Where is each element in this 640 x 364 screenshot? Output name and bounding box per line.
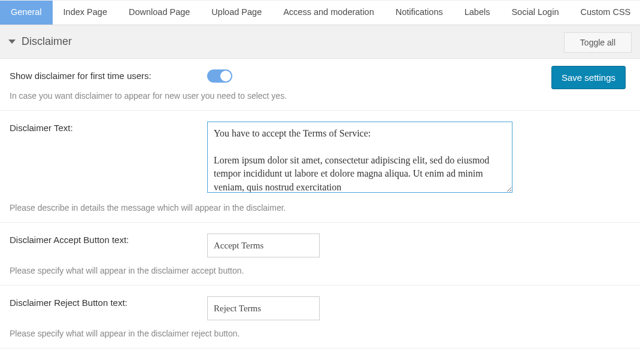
setting-label-disclaimer-text: Disclaimer Text: <box>10 122 207 133</box>
setting-show-disclaimer: Show disclaimer for first time users: <box>0 59 640 83</box>
toggle-knob <box>220 71 231 81</box>
save-settings-button[interactable]: Save settings <box>551 66 626 89</box>
help-disclaimer-text: Please describe in details the message w… <box>0 195 640 223</box>
help-show-disclaimer: In case you want disclaimer to appear fo… <box>0 83 640 111</box>
tabs-bar: General Index Page Download Page Upload … <box>0 0 640 25</box>
setting-disclaimer-text: Disclaimer Text: <box>0 111 640 195</box>
accept-button-text-input[interactable] <box>207 233 320 257</box>
section-header: Disclaimer Toggle all <box>0 25 640 59</box>
tab-general[interactable]: General <box>0 1 53 25</box>
setting-reject-button: Disclaimer Reject Button text: <box>0 286 640 320</box>
setting-label-show-disclaimer: Show disclaimer for first time users: <box>10 69 207 81</box>
tab-access-moderation[interactable]: Access and moderation <box>272 1 385 25</box>
section-title: Disclaimer <box>22 35 72 48</box>
tab-social-login[interactable]: Social Login <box>501 1 569 25</box>
help-accept-button: Please specify what will appear in the d… <box>0 257 640 286</box>
tab-notifications[interactable]: Notifications <box>385 1 454 25</box>
help-reject-button: Please specify what will appear in the d… <box>0 320 640 348</box>
disclaimer-text-input[interactable] <box>207 122 512 193</box>
reject-button-text-input[interactable] <box>207 296 320 320</box>
tab-download-page[interactable]: Download Page <box>118 1 201 25</box>
tab-custom-css[interactable]: Custom CSS <box>569 1 640 25</box>
chevron-down-icon[interactable] <box>8 40 16 44</box>
tab-index-page[interactable]: Index Page <box>53 1 118 25</box>
settings-body: Show disclaimer for first time users: In… <box>0 59 640 348</box>
setting-label-accept-button: Disclaimer Accept Button text: <box>10 233 207 245</box>
tab-labels[interactable]: Labels <box>454 1 501 25</box>
toggle-show-disclaimer[interactable] <box>207 69 232 83</box>
setting-label-reject-button: Disclaimer Reject Button text: <box>10 296 207 308</box>
setting-accept-button: Disclaimer Accept Button text: <box>0 223 640 257</box>
tab-upload-page[interactable]: Upload Page <box>201 1 272 25</box>
toggle-all-button[interactable]: Toggle all <box>564 32 632 53</box>
